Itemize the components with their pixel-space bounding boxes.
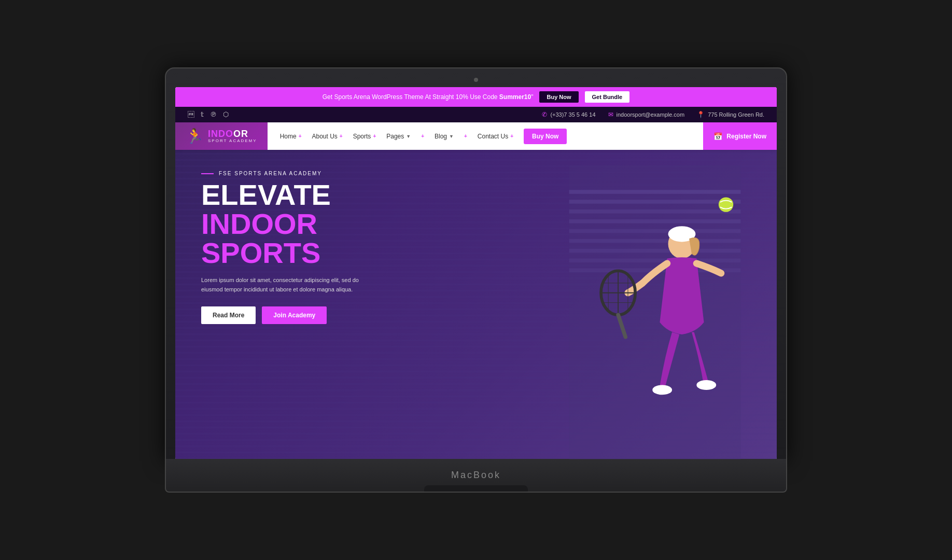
logo-figure-icon: 🏃 (186, 128, 204, 145)
hero-buttons: Read More Join Academy (201, 306, 480, 324)
sports-plus: + (373, 133, 376, 139)
navbar: 🏃 INDOOR SPORT ACADEMY Home+ (175, 122, 777, 150)
svg-rect-6 (569, 239, 741, 243)
pinterest-icon[interactable]: ℗ (210, 110, 217, 119)
promo-code: Summer10 (499, 93, 531, 101)
promo-text: Get Sports Arena WordPress Theme At Stra… (323, 93, 534, 101)
laptop-notch (424, 485, 528, 492)
logo-part1: INDO (208, 129, 233, 139)
nav-links: Home+ About Us+ Sports+ Pages▼ + (268, 122, 704, 150)
tennis-player-image (564, 165, 746, 459)
tennis-player-svg (564, 165, 746, 459)
phone-info: ✆ (+33)7 35 5 46 14 (542, 111, 595, 118)
svg-rect-7 (569, 249, 741, 253)
instagram-icon[interactable]: ⬡ (223, 110, 229, 119)
location-icon: 📍 (697, 111, 705, 118)
website: Get Sports Arena WordPress Theme At Stra… (175, 87, 777, 459)
hero-title-sports: SPORTS (201, 239, 480, 268)
svg-rect-5 (569, 229, 741, 233)
contact-info: ✆ (+33)7 35 5 46 14 ✉ indoorsport@exampl… (542, 111, 764, 118)
laptop-base: MacBook (165, 459, 787, 493)
nav-separator: + (417, 133, 428, 139)
contact-plus: + (510, 133, 513, 139)
home-plus: + (299, 133, 302, 139)
read-more-button[interactable]: Read More (201, 306, 256, 324)
svg-point-22 (719, 197, 733, 212)
email-icon: ✉ (608, 111, 613, 118)
svg-rect-1 (569, 190, 741, 194)
phone-icon: ✆ (542, 111, 547, 118)
email-info: ✉ indoorsport@example.com (608, 111, 685, 118)
hero-content: FSE SPORTS ARENA ACADEMY ELEVATE INDOOR … (175, 150, 506, 345)
nav-separator2: + (460, 133, 471, 139)
nav-home[interactable]: Home+ (276, 133, 306, 140)
register-text: Register Now (726, 133, 766, 140)
promo-buy-button[interactable]: Buy Now (539, 91, 578, 103)
phone-number: (+33)7 35 5 46 14 (550, 111, 595, 118)
laptop-body: Get Sports Arena WordPress Theme At Stra… (165, 67, 787, 461)
nav-contact[interactable]: Contact Us+ (473, 133, 517, 140)
svg-rect-2 (569, 200, 741, 204)
svg-rect-3 (569, 209, 741, 214)
blog-arrow: ▼ (449, 134, 454, 139)
hero-section: FSE SPORTS ARENA ACADEMY ELEVATE INDOOR … (175, 150, 777, 459)
twitter-icon[interactable]: 𝕥 (201, 110, 204, 119)
promo-bundle-button[interactable]: Get Bundle (585, 91, 630, 103)
nav-about-us[interactable]: About Us+ (307, 133, 346, 140)
hero-eyebrow: FSE SPORTS ARENA ACADEMY (201, 171, 480, 176)
nav-sports[interactable]: Sports+ (349, 133, 381, 140)
laptop-wrapper: Get Sports Arena WordPress Theme At Stra… (165, 67, 787, 493)
address-text: 775 Rolling Green Rd. (708, 111, 764, 118)
promo-bar: Get Sports Arena WordPress Theme At Stra… (175, 87, 777, 107)
email-address: indoorsport@example.com (617, 111, 685, 118)
logo-area: 🏃 INDOOR SPORT ACADEMY (175, 122, 268, 150)
info-bar:  𝕥 ℗ ⬡ ✆ (+33)7 35 5 46 14 ✉ indoorspor… (175, 107, 777, 122)
svg-point-21 (696, 380, 716, 390)
pages-arrow: ▼ (406, 134, 411, 139)
hero-title: ELEVATE INDOOR SPORTS (201, 180, 480, 268)
logo-text: INDOOR SPORT ACADEMY (208, 129, 257, 143)
address-info: 📍 775 Rolling Green Rd. (697, 111, 764, 118)
laptop-brand-label: MacBook (451, 470, 501, 481)
join-academy-button[interactable]: Join Academy (262, 306, 327, 324)
nav-pages[interactable]: Pages▼ (382, 133, 415, 140)
social-links:  𝕥 ℗ ⬡ (188, 110, 229, 119)
nav-buy-button[interactable]: Buy Now (524, 129, 567, 144)
aboutus-plus: + (340, 133, 343, 139)
svg-rect-4 (569, 219, 741, 223)
logo-name: INDOOR (208, 129, 257, 138)
facebook-icon[interactable]:  (188, 110, 194, 119)
logo-subtitle: SPORT ACADEMY (208, 138, 257, 143)
calendar-icon: 📅 (713, 132, 722, 141)
laptop-camera (474, 78, 478, 82)
nav-blog[interactable]: Blog▼ (430, 133, 458, 140)
hero-description: Lorem ipsum dolor sit amet, consectetur … (201, 276, 377, 294)
svg-point-20 (652, 385, 672, 395)
logo-part2: OR (233, 129, 248, 139)
laptop-screen: Get Sports Arena WordPress Theme At Stra… (175, 87, 777, 459)
svg-rect-8 (569, 258, 741, 262)
register-area[interactable]: 📅 Register Now (703, 122, 777, 150)
hero-title-indoor: INDOOR (201, 209, 480, 239)
